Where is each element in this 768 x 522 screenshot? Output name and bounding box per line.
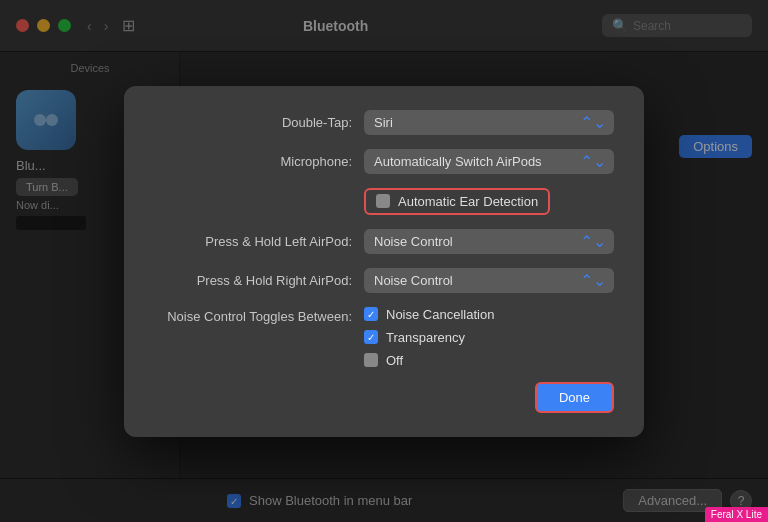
- hold-left-control[interactable]: Noise Control ⌃⌄: [364, 229, 614, 254]
- double-tap-label: Double-Tap:: [154, 115, 364, 130]
- off-item: Off: [364, 353, 494, 368]
- airpods-settings-modal: Double-Tap: Siri ⌃⌄ Microphone: Automati…: [124, 86, 644, 437]
- hold-right-select[interactable]: Noise Control: [364, 268, 614, 293]
- microphone-label: Microphone:: [154, 154, 364, 169]
- done-row: Done: [154, 382, 614, 413]
- hold-right-label: Press & Hold Right AirPod:: [154, 273, 364, 288]
- double-tap-select[interactable]: Siri: [364, 110, 614, 135]
- transparency-label: Transparency: [386, 330, 465, 345]
- done-button[interactable]: Done: [535, 382, 614, 413]
- toggles-list: Noise Cancellation Transparency Off: [364, 307, 494, 368]
- noise-cancellation-checkbox[interactable]: [364, 307, 378, 321]
- ear-detection-checkbox[interactable]: [376, 194, 390, 208]
- off-label: Off: [386, 353, 403, 368]
- ear-detection-box: Automatic Ear Detection: [364, 188, 550, 215]
- noise-cancellation-item: Noise Cancellation: [364, 307, 494, 322]
- double-tap-control[interactable]: Siri ⌃⌄: [364, 110, 614, 135]
- noise-cancellation-label: Noise Cancellation: [386, 307, 494, 322]
- hold-right-control[interactable]: Noise Control ⌃⌄: [364, 268, 614, 293]
- feral-badge: Feral X Lite: [705, 507, 768, 522]
- noise-toggles-row: Noise Control Toggles Between: Noise Can…: [154, 307, 614, 368]
- double-tap-row: Double-Tap: Siri ⌃⌄: [154, 110, 614, 135]
- microphone-row: Microphone: Automatically Switch AirPods…: [154, 149, 614, 174]
- modal-overlay: Double-Tap: Siri ⌃⌄ Microphone: Automati…: [0, 0, 768, 522]
- microphone-select[interactable]: Automatically Switch AirPods: [364, 149, 614, 174]
- hold-left-label: Press & Hold Left AirPod:: [154, 234, 364, 249]
- hold-right-row: Press & Hold Right AirPod: Noise Control…: [154, 268, 614, 293]
- noise-toggles-label: Noise Control Toggles Between:: [154, 307, 364, 368]
- microphone-control[interactable]: Automatically Switch AirPods ⌃⌄: [364, 149, 614, 174]
- hold-left-row: Press & Hold Left AirPod: Noise Control …: [154, 229, 614, 254]
- ear-detection-label: Automatic Ear Detection: [398, 194, 538, 209]
- transparency-checkbox[interactable]: [364, 330, 378, 344]
- off-checkbox[interactable]: [364, 353, 378, 367]
- ear-detection-row: Automatic Ear Detection: [364, 188, 614, 215]
- transparency-item: Transparency: [364, 330, 494, 345]
- hold-left-select[interactable]: Noise Control: [364, 229, 614, 254]
